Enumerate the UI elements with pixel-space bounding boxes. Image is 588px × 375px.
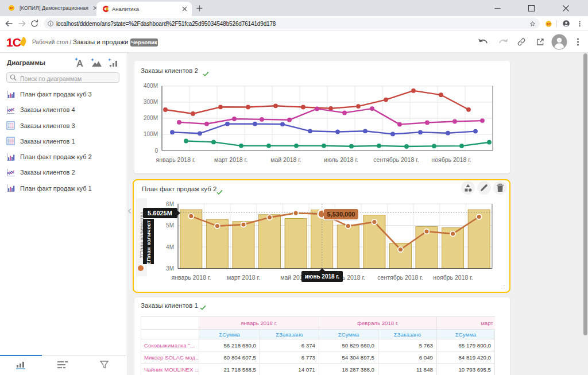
- svg-text:январь 2018 г.: январь 2018 г.: [156, 156, 196, 163]
- svg-text:март 2018 г.: март 2018 г.: [227, 274, 260, 281]
- svg-text:ноябрь 2018 г.: ноябрь 2018 г.: [433, 274, 473, 281]
- svg-text:1C: 1C: [547, 22, 551, 26]
- svg-text:0: 0: [154, 148, 158, 154]
- svg-text:5M: 5M: [166, 222, 174, 229]
- svg-text:март 2018 г.: март 2018 г.: [214, 156, 247, 163]
- svg-text:6M: 6M: [166, 201, 174, 207]
- svg-text:300M: 300M: [144, 99, 158, 105]
- svg-text:1C: 1C: [9, 6, 14, 10]
- svg-text:400M: 400M: [144, 83, 158, 89]
- svg-text:сентябрь 2018 г.: сентябрь 2018 г.: [373, 156, 419, 163]
- svg-text:май 2018 г.: май 2018 г.: [270, 156, 301, 163]
- svg-text:200M: 200M: [144, 115, 158, 121]
- svg-text:июль 2018 г.: июль 2018 г.: [324, 156, 358, 163]
- svg-text:ноябрь 2018 г.: ноябрь 2018 г.: [431, 156, 471, 163]
- svg-text:4M: 4M: [166, 244, 174, 250]
- svg-text:январь 2018 г.: январь 2018 г.: [172, 274, 211, 281]
- svg-text:3M: 3M: [166, 265, 174, 272]
- svg-text:сентябрь 2018 г.: сентябрь 2018 г.: [377, 274, 423, 281]
- svg-text:100M: 100M: [144, 131, 158, 137]
- svg-text:1С: 1С: [6, 36, 21, 48]
